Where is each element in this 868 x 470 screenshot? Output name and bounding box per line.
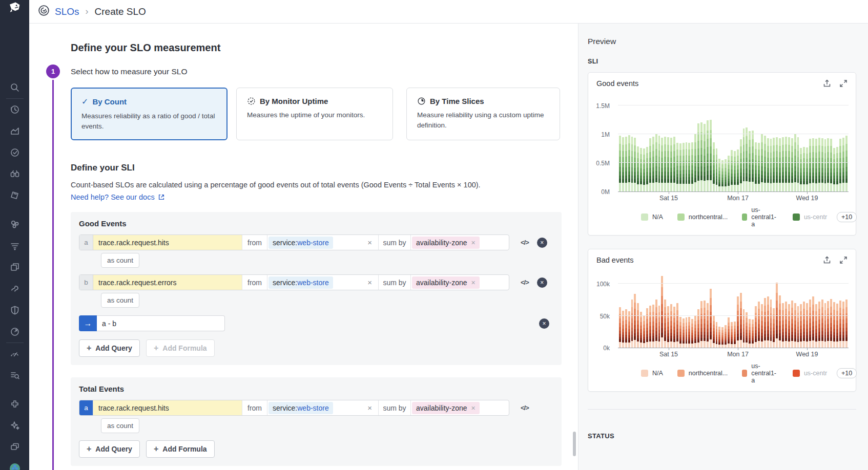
as-count-chip[interactable]: as count	[101, 293, 139, 308]
good-events-chart: 0M0.5M1M1.5M Sat 15Mon 17Wed 19 N/Anorth…	[588, 95, 849, 228]
code-view-icon[interactable]: </>	[521, 279, 529, 286]
legend-swatch	[677, 370, 685, 377]
code-view-icon[interactable]: </>	[521, 239, 529, 246]
legend-item[interactable]: us-centr	[793, 213, 830, 221]
legend-item[interactable]: northcentral...	[677, 370, 728, 377]
expand-icon[interactable]	[839, 79, 848, 88]
infrastructure-icon[interactable]	[6, 217, 24, 232]
integrations-icon[interactable]	[6, 396, 24, 412]
y-tick-label: 50k	[600, 313, 610, 320]
filter-chip[interactable]: service:web-store	[268, 276, 333, 289]
y-tick-label: 0M	[601, 188, 610, 196]
security-icon[interactable]	[6, 303, 24, 318]
filter-key: service:	[273, 239, 297, 247]
metrics-icon[interactable]	[6, 123, 24, 139]
filter-chip[interactable]: service:web-store	[268, 402, 333, 414]
search-icon[interactable]	[6, 80, 24, 95]
code-view-icon[interactable]: </>	[521, 404, 529, 412]
filter-clear-icon[interactable]: ×	[365, 278, 374, 287]
filter-segment[interactable]: service:web-store ×	[267, 275, 378, 290]
filter-clear-icon[interactable]: ×	[365, 403, 374, 412]
query-letter[interactable]: a	[79, 400, 93, 415]
remove-query-button[interactable]: ×	[537, 238, 547, 248]
add-query-label: Add Query	[95, 445, 132, 453]
datadog-logo-icon[interactable]	[0, 0, 29, 15]
step-number-badge: 1	[46, 65, 60, 78]
legend-item[interactable]: us-central1-a	[742, 206, 778, 228]
legend-item[interactable]: us-central1-a	[742, 362, 778, 384]
group-chip[interactable]: availability-zone×	[412, 237, 480, 249]
breadcrumb-slos-link[interactable]: SLOs	[55, 6, 79, 17]
group-segment[interactable]: availability-zone×	[411, 275, 509, 290]
filter-segment[interactable]: service:web-store ×	[267, 235, 378, 250]
filter-chip[interactable]: service:web-store	[268, 237, 333, 249]
docs-link[interactable]: Need help? See our docs	[71, 193, 165, 201]
synthetics-icon[interactable]	[6, 324, 24, 339]
export-icon[interactable]	[823, 256, 831, 264]
agent-icon[interactable]	[6, 461, 24, 470]
query-letter[interactable]: a	[79, 235, 93, 250]
legend-label: N/A	[652, 213, 663, 221]
legend-item[interactable]: N/A	[641, 213, 663, 221]
add-query-button[interactable]: +Add Query	[79, 440, 140, 458]
sum-by-label: sum by	[378, 235, 411, 250]
legend-item[interactable]: N/A	[641, 370, 663, 377]
dashboards-icon[interactable]	[6, 260, 24, 275]
metric-input[interactable]: trace.rack.request.hits	[93, 235, 242, 250]
formula-input[interactable]	[97, 315, 225, 331]
group-segment[interactable]: availability-zone×	[411, 400, 509, 415]
group-chip[interactable]: availability-zone×	[412, 402, 480, 414]
monitor-uptime-icon	[247, 97, 256, 105]
group-remove-icon[interactable]: ×	[471, 239, 476, 247]
as-count-chip[interactable]: as count	[101, 253, 139, 268]
notebooks-icon[interactable]	[6, 188, 24, 203]
metric-input[interactable]: trace.rack.request.errors	[93, 275, 242, 290]
filter-clear-icon[interactable]: ×	[365, 238, 374, 247]
legend-item[interactable]: northcentral...	[677, 213, 728, 221]
group-segment[interactable]: availability-zone×	[411, 235, 509, 250]
plus-icon: +	[154, 344, 158, 353]
group-remove-icon[interactable]: ×	[471, 404, 476, 412]
filter-value: web-store	[297, 279, 328, 287]
log-pipelines-icon[interactable]	[6, 238, 24, 253]
add-formula-label: Add Formula	[162, 445, 206, 453]
legend-overflow-badge[interactable]: +10	[837, 368, 857, 378]
watchdog-icon[interactable]	[6, 166, 24, 182]
as-count-chip[interactable]: as count	[101, 418, 139, 433]
workspaces-icon[interactable]	[6, 439, 24, 455]
legend-item[interactable]: us-centr	[793, 370, 830, 377]
legend-overflow-badge[interactable]: +10	[837, 212, 857, 222]
expand-icon[interactable]	[839, 256, 848, 264]
main-content: 1 Define your SLO measurement Select how…	[29, 24, 578, 470]
add-formula-button[interactable]: +Add Formula	[146, 440, 215, 458]
status-label: STATUS	[588, 432, 856, 440]
y-tick-label: 0k	[603, 345, 610, 352]
add-query-button[interactable]: +Add Query	[79, 339, 140, 357]
step-title: Define your SLO measurement	[71, 42, 563, 54]
metric-input[interactable]: trace.rack.request.hits	[93, 400, 242, 415]
apm-traces-icon[interactable]	[6, 281, 24, 296]
x-tick-label: Mon 17	[727, 351, 749, 358]
filter-segment[interactable]: service:web-store ×	[267, 400, 378, 415]
x-axis-labels: Sat 15Mon 17Wed 19	[618, 348, 849, 360]
group-remove-icon[interactable]: ×	[471, 279, 476, 287]
y-tick-label: 0.5M	[596, 160, 610, 167]
card-by-count[interactable]: ✓ By Count Measures reliability as a rat…	[71, 88, 228, 140]
remove-query-button[interactable]: ×	[537, 277, 547, 288]
export-icon[interactable]	[823, 79, 831, 88]
service-checks-icon[interactable]	[6, 145, 24, 160]
main-scrollbar-thumb[interactable]	[573, 432, 576, 456]
card-by-monitor-uptime[interactable]: By Monitor Uptime Measures the uptime of…	[236, 88, 393, 140]
performance-gauge-icon[interactable]	[6, 346, 24, 361]
query-letter[interactable]: b	[79, 275, 93, 290]
ai-assistant-icon[interactable]	[6, 418, 24, 433]
card-by-time-slices[interactable]: By Time Slices Measure reliability using…	[406, 88, 560, 140]
recent-history-icon[interactable]	[6, 102, 24, 117]
legend-swatch	[793, 213, 800, 221]
top-bar: SLOs › Create SLO	[29, 0, 868, 24]
group-chip[interactable]: availability-zone×	[412, 276, 480, 289]
card-title: By Monitor Uptime	[260, 97, 328, 105]
remove-formula-button[interactable]: ×	[539, 318, 549, 329]
from-label: from	[242, 235, 267, 250]
log-explorer-icon[interactable]	[6, 368, 24, 383]
